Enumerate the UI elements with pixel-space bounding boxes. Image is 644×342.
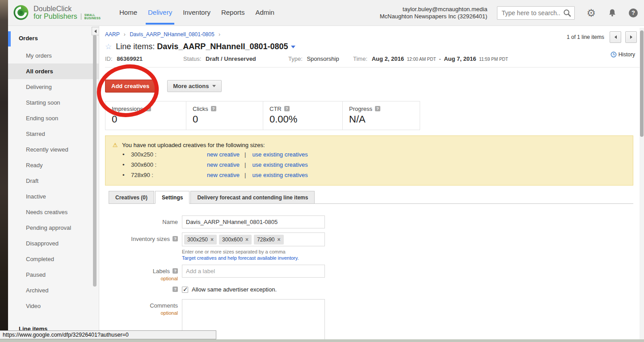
comments-label: Comments xyxy=(105,302,178,309)
progress-value: N/A xyxy=(349,114,420,125)
size-chip: 300x250× xyxy=(184,235,217,245)
settings-gear-icon[interactable]: ⚙ xyxy=(586,8,596,18)
id-label: ID: xyxy=(105,55,113,62)
inventory-sizes-label: Inventory sizes xyxy=(131,236,170,242)
sidebar-item-completed[interactable]: Completed xyxy=(8,251,99,267)
help-tooltip-icon[interactable]: ? xyxy=(173,287,178,292)
header-divider xyxy=(105,67,640,68)
sidebar-item-paused[interactable]: Paused xyxy=(8,267,99,283)
help-icon[interactable]: ? xyxy=(629,8,638,17)
nav-tab-delivery[interactable]: Delivery xyxy=(146,0,174,25)
sidebar-scrollbar-thumb[interactable] xyxy=(93,35,97,287)
size-chip: 300x600× xyxy=(219,235,252,245)
add-creatives-button[interactable]: Add creatives xyxy=(105,80,156,93)
main-content: AARP › Davis_AARP_NHannell_0801-0805 › 1… xyxy=(99,26,644,342)
help-tooltip-icon[interactable]: ? xyxy=(284,106,290,111)
sidebar-item-archived[interactable]: Archived xyxy=(8,283,99,298)
warning-intro-text: You have not uploaded creatives for the … xyxy=(122,142,265,148)
next-line-item-button[interactable] xyxy=(625,31,637,43)
sidebar-item-ready[interactable]: Ready xyxy=(8,157,99,173)
sidebar-item-starting-soon[interactable]: Starting soon xyxy=(8,95,99,110)
new-creative-link[interactable]: new creative xyxy=(207,151,244,159)
search-input[interactable] xyxy=(497,7,560,19)
warning-row: • 728x90 : new creative | use existing c… xyxy=(113,171,626,179)
title-row: ☆ Line items: Davis_AARP_NHannell_0801-0… xyxy=(105,42,644,51)
search-icon[interactable] xyxy=(563,8,572,20)
history-button[interactable]: History xyxy=(610,51,635,58)
labels-input[interactable] xyxy=(182,265,325,278)
sidebar-item-all-orders[interactable]: All orders xyxy=(8,63,99,79)
collapse-sidebar-button[interactable] xyxy=(92,27,99,35)
dfp-logo[interactable]: DoubleClick for Publishers SMALL BUSINES… xyxy=(13,5,101,20)
help-tooltip-icon[interactable]: ? xyxy=(173,236,178,241)
sidebar: Orders My orders All orders Delivering S… xyxy=(8,26,99,342)
star-icon[interactable]: ☆ xyxy=(105,42,112,51)
warning-row: • 300x250 : new creative | use existing … xyxy=(113,151,626,159)
new-creative-link[interactable]: new creative xyxy=(207,171,244,179)
bullet-icon: • xyxy=(122,161,131,169)
status-url: https://www.google.com/dfp/32926401?auth… xyxy=(3,332,129,338)
warning-row: • 300x600 : new creative | use existing … xyxy=(113,161,626,169)
use-existing-creatives-link[interactable]: use existing creatives xyxy=(252,171,307,179)
target-creatives-link[interactable]: Target creatives and help forecast avail… xyxy=(182,255,325,261)
help-tooltip-icon[interactable]: ? xyxy=(211,106,216,111)
nav-tab-inventory[interactable]: Inventory xyxy=(181,0,213,25)
tab-delivery-forecast[interactable]: Delivery forecast and contending line it… xyxy=(190,191,315,203)
remove-chip-icon[interactable]: × xyxy=(210,236,214,243)
nav-tab-home[interactable]: Home xyxy=(117,0,139,25)
advertiser-exception-checkbox[interactable]: ✓ xyxy=(182,287,188,293)
breadcrumb-link-aarp[interactable]: AARP xyxy=(105,31,119,38)
tab-settings[interactable]: Settings xyxy=(155,191,189,204)
breadcrumb-link-order[interactable]: Davis_AARP_NHannell_0801-0805 xyxy=(130,31,214,38)
help-tooltip-icon[interactable]: ? xyxy=(375,106,380,111)
sidebar-item-video[interactable]: Video xyxy=(8,298,99,314)
tab-creatives[interactable]: Creatives (0) xyxy=(109,191,154,203)
name-input[interactable] xyxy=(182,215,325,228)
sidebar-item-pending-approval[interactable]: Pending approval xyxy=(8,220,99,236)
sidebar-item-draft[interactable]: Draft xyxy=(8,173,99,189)
title-dropdown-caret-icon[interactable] xyxy=(291,46,295,48)
link-divider: | xyxy=(244,161,246,169)
bullet-icon: • xyxy=(122,171,131,179)
creative-size: 300x250 : xyxy=(131,151,207,159)
inventory-sizes-input[interactable]: 300x250× 300x600× 728x90× xyxy=(182,232,325,246)
nav-tab-reports[interactable]: Reports xyxy=(219,0,247,25)
more-actions-button[interactable]: More actions xyxy=(167,80,222,92)
sidebar-item-my-orders[interactable]: My orders xyxy=(8,48,99,63)
id-value: 86369921 xyxy=(117,55,143,62)
sidebar-item-ending-soon[interactable]: Ending soon xyxy=(8,110,99,126)
stats-panel: Impressions? 0 Clicks? 0 CTR? 0.00% Prog… xyxy=(105,101,420,130)
logo-line1: DoubleClick xyxy=(34,5,101,13)
remove-chip-icon[interactable]: × xyxy=(278,236,281,243)
sidebar-section-orders[interactable]: Orders xyxy=(8,35,99,48)
browser-page: DoubleClick for Publishers SMALL BUSINES… xyxy=(8,0,644,342)
labels-optional-text: optional xyxy=(105,276,178,281)
name-row: Name xyxy=(105,215,644,228)
help-tooltip-icon[interactable]: ? xyxy=(173,268,178,274)
labels-label: Labels xyxy=(153,268,170,274)
missing-creatives-warning: ⚠ You have not uploaded creatives for th… xyxy=(105,135,633,186)
sidebar-item-inactive[interactable]: Inactive xyxy=(8,189,99,204)
breadcrumb-separator: › xyxy=(219,31,220,38)
remove-chip-icon[interactable]: × xyxy=(245,236,248,243)
use-existing-creatives-link[interactable]: use existing creatives xyxy=(252,151,307,159)
user-email: taylor.buley@mcnaughton.media xyxy=(380,6,488,13)
sidebar-item-disapproved[interactable]: Disapproved xyxy=(8,236,99,251)
end-date: Aug 7, 2016 xyxy=(444,55,476,62)
page-scrollbar-thumb[interactable] xyxy=(640,30,644,137)
nav-tab-admin[interactable]: Admin xyxy=(253,0,277,25)
start-date: Aug 2, 2016 xyxy=(372,55,404,62)
sidebar-item-delivering[interactable]: Delivering xyxy=(8,79,99,95)
page-scrollbar xyxy=(640,28,644,342)
notifications-bell-icon[interactable] xyxy=(607,8,617,18)
sidebar-item-recently-viewed[interactable]: Recently viewed xyxy=(8,142,99,157)
help-tooltip-icon[interactable]: ? xyxy=(146,106,151,111)
previous-line-item-button[interactable] xyxy=(610,31,621,43)
creative-size: 300x600 : xyxy=(131,161,207,169)
bullet-icon: • xyxy=(122,151,131,159)
new-creative-link[interactable]: new creative xyxy=(207,161,244,169)
use-existing-creatives-link[interactable]: use existing creatives xyxy=(252,161,307,169)
sidebar-item-starred[interactable]: Starred xyxy=(8,126,99,142)
sidebar-item-needs-creatives[interactable]: Needs creatives xyxy=(8,204,99,220)
comments-optional-text: optional xyxy=(105,310,178,316)
